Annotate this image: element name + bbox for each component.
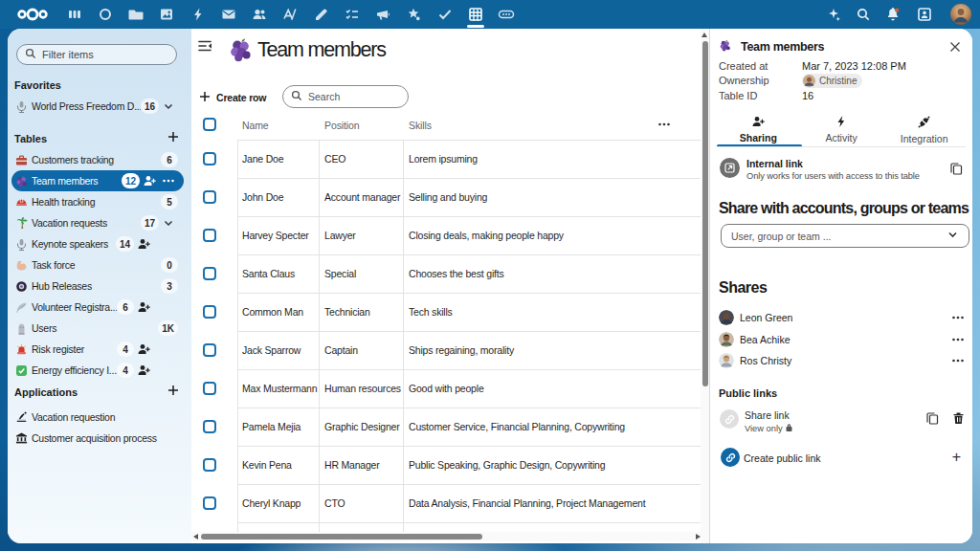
cell-position[interactable]: Account manager <box>324 178 400 216</box>
cell-skills[interactable]: Data Analysis, Financial Planning, Proje… <box>409 484 645 522</box>
cell-position[interactable]: Human resources <box>324 369 401 408</box>
column-header-skills[interactable]: Skills <box>409 110 432 140</box>
sidebar-item-task-force[interactable]: Task force0 <box>11 254 184 276</box>
tab-integration[interactable]: Integration <box>882 113 966 146</box>
app-icon-dashboard[interactable] <box>60 0 89 29</box>
table-row-kevin-pena[interactable]: Kevin Pena HR Manager Public Speaking, G… <box>191 446 696 484</box>
cell-skills[interactable]: Public Speaking, Graphic Design, Copywri… <box>409 446 605 484</box>
cell-name[interactable]: Pamela Mejia <box>242 408 301 446</box>
trash-icon[interactable] <box>952 411 965 428</box>
cell-name[interactable]: Jack Sparrow <box>242 331 301 369</box>
cell-position[interactable]: Special <box>324 254 356 293</box>
sidebar-item-volunteer-registra[interactable]: Volunteer Registra...6 <box>11 297 184 318</box>
app-icon-recommendations[interactable] <box>399 0 428 29</box>
table-row-jane-doe[interactable]: Jane Doe CEO Lorem ipsuming <box>191 140 696 178</box>
table-row-pamela-mejia[interactable]: Pamela Mejia Graphic Designer Customer S… <box>191 408 696 446</box>
user-avatar[interactable] <box>947 0 975 29</box>
table-options-icon[interactable] <box>657 118 671 134</box>
cell-skills[interactable]: Tech skills <box>409 293 453 331</box>
sidebar-item-customers-tracking[interactable]: Customers tracking6 <box>11 149 184 170</box>
add-applications-icon[interactable] <box>167 384 180 401</box>
horizontal-scrollbar[interactable] <box>191 532 709 541</box>
share-menu-icon[interactable] <box>951 354 965 367</box>
sidebar-item-users[interactable]: Users1K <box>11 318 184 339</box>
app-icon-office[interactable] <box>276 0 304 29</box>
row-checkbox[interactable] <box>203 343 216 357</box>
filter-input[interactable]: Filter items <box>16 44 177 65</box>
menu-open-icon[interactable] <box>197 38 212 54</box>
column-header-position[interactable]: Position <box>324 110 360 140</box>
cell-position[interactable]: Lawyer <box>324 216 356 254</box>
cell-name[interactable]: Common Man <box>242 293 303 331</box>
notifications-icon[interactable] <box>879 0 907 29</box>
contacts-menu-icon[interactable] <box>910 0 939 29</box>
app-icon-circles[interactable] <box>91 0 120 29</box>
app-icon-notes[interactable] <box>307 0 336 29</box>
sidebar-item-hub-releases[interactable]: Hub Releases3 <box>11 276 184 297</box>
cell-skills[interactable]: Ships regaining, morality <box>409 331 514 369</box>
app-icon-approve[interactable] <box>431 0 459 29</box>
create-row-button[interactable]: Create row <box>198 86 266 108</box>
table-row-jack-sparrow[interactable]: Jack Sparrow Captain Ships regaining, mo… <box>191 331 696 369</box>
sidebar-item-vacation-requests[interactable]: Vacation requests17 <box>11 212 184 233</box>
app-icon-files[interactable] <box>122 0 150 29</box>
assistant-icon[interactable] <box>819 0 848 29</box>
scroll-right-arrow[interactable] <box>696 534 701 540</box>
scroll-up-arrow[interactable] <box>702 33 707 37</box>
item-menu-icon[interactable] <box>159 174 178 187</box>
cell-position[interactable]: Technician <box>324 293 370 331</box>
cell-skills[interactable]: Selling and buying <box>409 178 487 216</box>
cell-name[interactable]: Jane Doe <box>242 140 283 178</box>
app-icon-contacts[interactable] <box>245 0 274 29</box>
row-checkbox[interactable] <box>203 190 216 204</box>
row-checkbox[interactable] <box>203 496 216 510</box>
cell-position[interactable]: Graphic Designer <box>324 408 400 446</box>
cell-name[interactable]: John Doe <box>242 178 283 216</box>
cell-name[interactable]: Harvey Specter <box>242 216 309 254</box>
app-icon-announcements[interactable] <box>368 0 397 29</box>
table-row-harvey-specter[interactable]: Harvey Specter Lawyer Closing deals, mak… <box>191 216 696 254</box>
cell-skills[interactable]: Lorem ipsuming <box>409 140 478 178</box>
internal-link-row[interactable]: Internal link Only works for users with … <box>719 157 965 180</box>
cell-position[interactable]: Captain <box>324 331 358 369</box>
cell-position[interactable]: CTO <box>324 484 345 522</box>
search-icon[interactable] <box>849 0 878 29</box>
cell-skills[interactable]: Chooses the best gifts <box>409 254 504 293</box>
horizontal-scroll-thumb[interactable] <box>201 534 482 540</box>
nextcloud-logo[interactable] <box>15 0 50 29</box>
cell-position[interactable]: HR Manager <box>324 446 380 484</box>
create-public-link-row[interactable]: Create public link + <box>719 447 965 470</box>
cell-skills[interactable]: Customer Service, Financial Planning, Co… <box>409 408 625 446</box>
sidebar-item-world-press-freedom-d[interactable]: World Press Freedom D...16 <box>11 96 184 117</box>
cell-position[interactable]: CEO <box>324 140 345 178</box>
cell-skills[interactable]: Closing deals, making people happy <box>409 216 564 254</box>
app-icon-activity[interactable] <box>184 0 212 29</box>
sidebar-item-health-tracking[interactable]: Health tracking5 <box>11 191 184 212</box>
sidebar-item-risk-register[interactable]: Risk register4 <box>11 339 184 360</box>
copy-icon[interactable] <box>925 411 939 428</box>
app-icon-ocs[interactable] <box>492 0 521 29</box>
row-checkbox[interactable] <box>203 382 216 395</box>
sidebar-item-vacation-requestion[interactable]: Vacation requestion <box>11 407 184 428</box>
share-menu-icon[interactable] <box>951 311 965 324</box>
share-select[interactable]: User, group or team ... <box>721 224 969 248</box>
tab-activity[interactable]: Activity <box>800 113 883 146</box>
add-tables-icon[interactable] <box>167 130 180 147</box>
table-search-input[interactable]: Search <box>282 85 409 108</box>
table-row-cheryl-knapp[interactable]: Cheryl Knapp CTO Data Analysis, Financia… <box>191 484 696 522</box>
row-checkbox[interactable] <box>203 305 216 319</box>
row-checkbox[interactable] <box>203 458 216 472</box>
column-header-name[interactable]: Name <box>242 110 269 140</box>
owner-chip[interactable]: Christine <box>802 74 862 88</box>
vertical-scrollbar[interactable] <box>701 29 709 543</box>
scroll-left-arrow[interactable] <box>193 534 198 540</box>
cell-name[interactable]: Kevin Pena <box>242 446 292 484</box>
chevron-down-icon[interactable] <box>159 100 178 112</box>
sidebar-item-keynote-speakers[interactable]: Keynote speakers14 <box>11 233 184 254</box>
table-row-common-man[interactable]: Common Man Technician Tech skills <box>191 293 696 331</box>
copy-icon[interactable] <box>949 162 963 178</box>
close-icon[interactable] <box>947 38 964 55</box>
share-menu-icon[interactable] <box>951 333 965 346</box>
row-checkbox[interactable] <box>203 229 216 242</box>
row-checkbox[interactable] <box>203 267 216 280</box>
